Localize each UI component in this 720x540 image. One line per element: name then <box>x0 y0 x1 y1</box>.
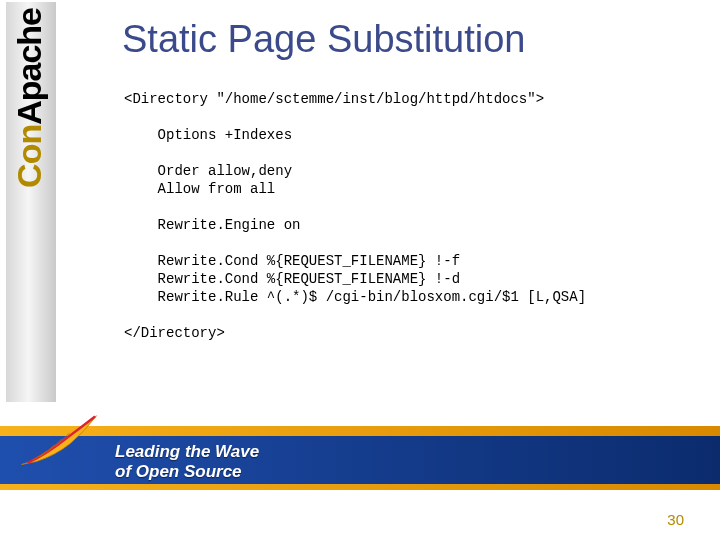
tagline-line2: of Open Source <box>115 462 259 482</box>
code-line: Rewrite.Cond %{REQUEST_FILENAME} !-f <box>124 253 460 269</box>
config-code: <Directory "/home/sctemme/inst/blog/http… <box>124 90 694 342</box>
logo-text-con: Con <box>10 125 48 188</box>
page-number: 30 <box>667 511 684 528</box>
tagline: Leading the Wave of Open Source <box>115 442 259 482</box>
apachecon-logo: ConApache <box>6 2 56 402</box>
banner-orange-underline <box>0 484 720 490</box>
banner-orange-stripe <box>0 426 720 436</box>
code-line: Options +Indexes <box>124 127 292 143</box>
feather-icon <box>14 410 104 474</box>
slide: ConApache Static Page Substitution <Dire… <box>0 0 720 540</box>
slide-title: Static Page Substitution <box>122 18 525 61</box>
tagline-line1: Leading the Wave <box>115 442 259 462</box>
code-line: Rewrite.Rule ^(.*)$ /cgi-bin/blosxom.cgi… <box>124 289 586 305</box>
code-line: Order allow,deny <box>124 163 292 179</box>
logo-wordmark: ConApache <box>12 8 46 188</box>
footer-banner: Leading the Wave of Open Source <box>0 426 720 512</box>
banner-blue-stripe <box>0 436 720 484</box>
code-line: <Directory "/home/sctemme/inst/blog/http… <box>124 91 544 107</box>
code-line: Allow from all <box>124 181 275 197</box>
logo-text-apache: Apache <box>10 8 48 125</box>
code-line: Rewrite.Engine on <box>124 217 300 233</box>
code-line: </Directory> <box>124 325 225 341</box>
code-line: Rewrite.Cond %{REQUEST_FILENAME} !-d <box>124 271 460 287</box>
